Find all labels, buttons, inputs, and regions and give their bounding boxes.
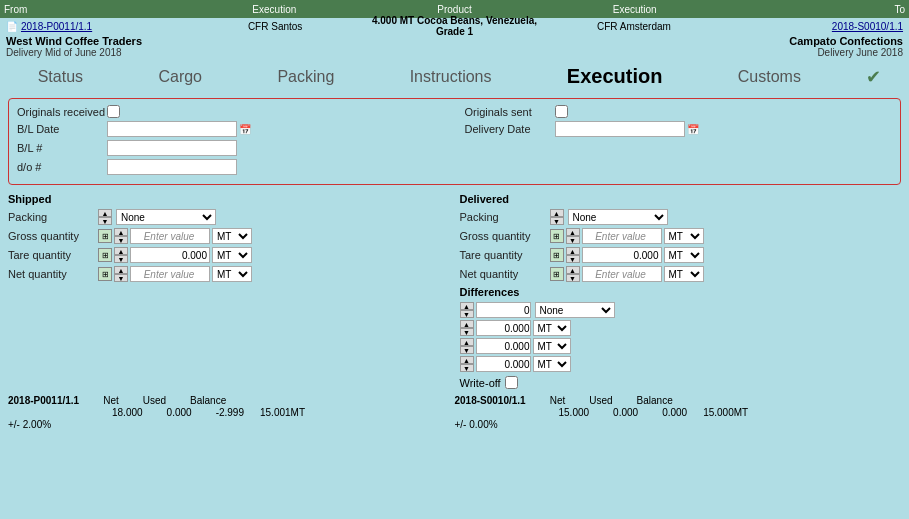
- diff3-unit-select[interactable]: MT: [533, 338, 571, 354]
- delivered-tare-input[interactable]: [582, 247, 662, 263]
- bottom-from-used-value: 0.000: [167, 407, 192, 418]
- originals-sent-checkbox[interactable]: [555, 105, 568, 118]
- diff2-unit-select[interactable]: MT: [533, 320, 571, 336]
- tab-check-icon[interactable]: ✔: [866, 66, 881, 88]
- delivered-net-down[interactable]: ▼: [566, 274, 580, 282]
- tab-instructions[interactable]: Instructions: [400, 66, 502, 88]
- delivered-gross-input[interactable]: [582, 228, 662, 244]
- diff-row-1: ▲ ▼ None: [460, 302, 902, 318]
- company-to-name: Campato Confections: [679, 35, 903, 47]
- bl-date-input[interactable]: [107, 121, 237, 137]
- spacer: [230, 35, 679, 58]
- originals-received-checkbox[interactable]: [107, 105, 120, 118]
- company-from: West Wind Coffee Traders Delivery Mid of…: [6, 35, 230, 58]
- delivered-tare-unit-select[interactable]: MT: [664, 247, 704, 263]
- diff1-down[interactable]: ▼: [460, 310, 474, 318]
- bottom-to-net-label: Net: [550, 395, 566, 406]
- shipped-gross-unit-select[interactable]: MT: [212, 228, 252, 244]
- bl-date-label: B/L Date: [17, 123, 107, 135]
- shipped-packing-select[interactable]: None: [116, 209, 216, 225]
- delivered-net-up[interactable]: ▲: [566, 266, 580, 274]
- delivered-tare-down[interactable]: ▼: [566, 255, 580, 263]
- delivered-gross-spinner: ▲ ▼: [566, 228, 580, 244]
- product-header: Product: [364, 4, 544, 15]
- contract-from-icon: 📄: [6, 21, 18, 32]
- delivered-gross-unit-select[interactable]: MT: [664, 228, 704, 244]
- shipped-gross-input[interactable]: [130, 228, 210, 244]
- do-num-input[interactable]: [107, 159, 237, 175]
- shipped-packing-down[interactable]: ▼: [98, 217, 112, 225]
- diff2-down[interactable]: ▼: [460, 328, 474, 336]
- shipped-gross-calc-icon[interactable]: ⊞: [98, 229, 112, 243]
- shipped-tare-unit-select[interactable]: MT: [212, 247, 252, 263]
- delivery-date-calendar-icon[interactable]: 📅: [687, 124, 699, 135]
- execution-header-1: Execution: [184, 4, 364, 15]
- shipped-net-unit-select[interactable]: MT: [212, 266, 252, 282]
- delivered-title: Delivered: [460, 193, 902, 205]
- diff3-spinner: ▲ ▼: [460, 338, 474, 354]
- diff4-up[interactable]: ▲: [460, 356, 474, 364]
- differences-section: Differences ▲ ▼ None ▲ ▼: [460, 286, 902, 389]
- diff2-input[interactable]: [476, 320, 531, 336]
- originals-received-row: Originals received: [17, 105, 445, 118]
- company-from-delivery: Delivery Mid of June 2018: [6, 47, 230, 58]
- contract-from-id[interactable]: 2018-P0011/1.1: [21, 21, 92, 32]
- delivered-gross-row: Gross quantity ⊞ ▲ ▼ MT: [460, 228, 902, 244]
- shipped-packing-up[interactable]: ▲: [98, 209, 112, 217]
- tab-execution[interactable]: Execution: [557, 63, 673, 90]
- delivered-packing-up[interactable]: ▲: [550, 209, 564, 217]
- bottom-to-contract: 2018-S0010/1.1: [455, 395, 526, 406]
- shipped-tare-down[interactable]: ▼: [114, 255, 128, 263]
- contract-to-id[interactable]: 2018-S0010/1.1: [724, 21, 903, 32]
- delivered-gross-up[interactable]: ▲: [566, 228, 580, 236]
- delivered-section: Delivered Packing ▲ ▼ None Gross quantit…: [460, 193, 902, 389]
- shipped-tare-up[interactable]: ▲: [114, 247, 128, 255]
- diff1-input[interactable]: [476, 302, 531, 318]
- tab-cargo[interactable]: Cargo: [148, 66, 212, 88]
- delivery-date-row: Delivery Date 📅: [465, 121, 893, 137]
- tab-packing[interactable]: Packing: [267, 66, 344, 88]
- delivered-packing-down[interactable]: ▼: [550, 217, 564, 225]
- shipped-gross-down[interactable]: ▼: [114, 236, 128, 244]
- shipped-gross-up[interactable]: ▲: [114, 228, 128, 236]
- bl-date-calendar-icon[interactable]: 📅: [239, 124, 251, 135]
- bl-num-label: B/L #: [17, 142, 107, 154]
- delivered-packing-select[interactable]: None: [568, 209, 668, 225]
- shipped-tare-spinner: ▲ ▼: [114, 247, 128, 263]
- shipped-tare-input[interactable]: [130, 247, 210, 263]
- delivered-net-unit-select[interactable]: MT: [664, 266, 704, 282]
- bottom-from-tolerance: +/- 2.00%: [8, 419, 51, 430]
- red-border-section: Originals received B/L Date 📅 B/L # d/o …: [8, 98, 901, 185]
- to-header: To: [725, 4, 905, 15]
- delivered-gross-calc-icon[interactable]: ⊞: [550, 229, 564, 243]
- diff4-input[interactable]: [476, 356, 531, 372]
- diff1-unit-select[interactable]: None: [535, 302, 615, 318]
- company-to: Campato Confections Delivery June 2018: [679, 35, 903, 58]
- shipped-net-calc-icon[interactable]: ⊞: [98, 267, 112, 281]
- delivery-date-input[interactable]: [555, 121, 685, 137]
- shipped-net-input[interactable]: [130, 266, 210, 282]
- delivered-gross-down[interactable]: ▼: [566, 236, 580, 244]
- diff3-input[interactable]: [476, 338, 531, 354]
- delivered-net-calc-icon[interactable]: ⊞: [550, 267, 564, 281]
- diff4-unit-select[interactable]: MT: [533, 356, 571, 372]
- shipped-tare-calc-icon[interactable]: ⊞: [98, 248, 112, 262]
- shipped-section: Shipped Packing ▲ ▼ None Gross quantity …: [8, 193, 450, 389]
- writeoff-checkbox[interactable]: [505, 376, 518, 389]
- shipped-net-down[interactable]: ▼: [114, 274, 128, 282]
- diff3-up[interactable]: ▲: [460, 338, 474, 346]
- bottom-to-used-value: 0.000: [613, 407, 638, 418]
- bl-num-input[interactable]: [107, 140, 237, 156]
- diff4-down[interactable]: ▼: [460, 364, 474, 372]
- delivered-tare-up[interactable]: ▲: [566, 247, 580, 255]
- diff1-up[interactable]: ▲: [460, 302, 474, 310]
- tab-status[interactable]: Status: [28, 66, 93, 88]
- bottom-to-tolerance-row: +/- 0.00%: [455, 419, 902, 430]
- delivered-net-input[interactable]: [582, 266, 662, 282]
- shipped-packing-spinner: ▲ ▼: [98, 209, 112, 225]
- diff3-down[interactable]: ▼: [460, 346, 474, 354]
- diff2-up[interactable]: ▲: [460, 320, 474, 328]
- tab-customs[interactable]: Customs: [728, 66, 811, 88]
- delivered-tare-calc-icon[interactable]: ⊞: [550, 248, 564, 262]
- shipped-net-up[interactable]: ▲: [114, 266, 128, 274]
